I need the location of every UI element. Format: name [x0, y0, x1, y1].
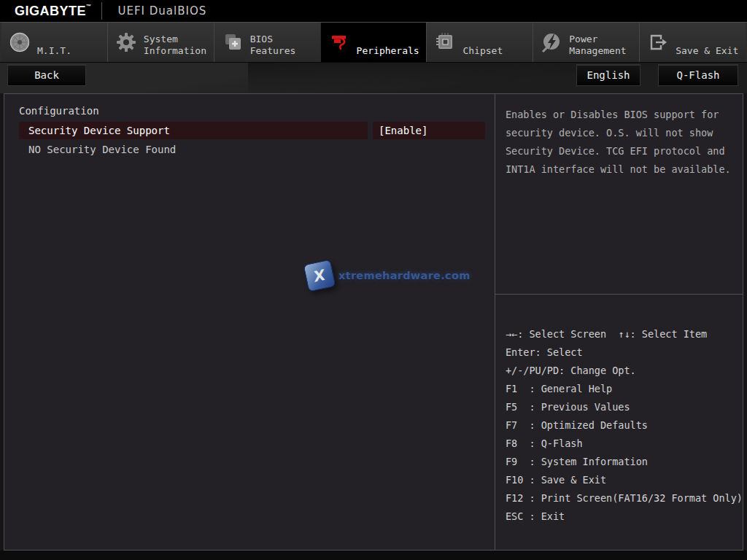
- help-text: Enables or Disables BIOS support for sec…: [506, 106, 740, 179]
- tab-mit[interactable]: M.I.T.: [1, 23, 107, 62]
- watermark: X xtremehardware.com: [306, 262, 471, 289]
- shortcut-line: F5 : Previous Values: [506, 398, 743, 416]
- tab-save-exit[interactable]: Save & Exit: [639, 23, 746, 62]
- setting-row[interactable]: Security Device Support [Enable]: [19, 122, 495, 139]
- shortcuts-panel: →←: Select Screen ↑↓: Select ItemEnter: …: [495, 295, 743, 550]
- tab-label: Peripherals: [357, 26, 419, 58]
- tab-bios-features[interactable]: BIOSFeatures: [214, 23, 320, 62]
- gear-icon: [115, 31, 138, 54]
- bios-chip-icon: [221, 31, 244, 54]
- shortcut-line: F10 : Save & Exit: [506, 471, 743, 489]
- shortcut-line: →←: Select Screen ↑↓: Select Item: [506, 325, 743, 343]
- shortcut-line: F7 : Optimized Defaults: [506, 416, 743, 435]
- shortcut-line: F12 : Print Screen(FAT16/32 Format Only): [506, 489, 743, 508]
- shortcut-line: F1 : General Help: [506, 380, 743, 398]
- tab-label: BIOSFeatures: [250, 26, 296, 58]
- header-divider: [101, 2, 102, 20]
- setting-value[interactable]: [Enable]: [373, 122, 485, 139]
- back-button[interactable]: Back: [7, 64, 86, 86]
- chipset-icon: [433, 31, 457, 54]
- shortcut-line: F9 : System Information: [506, 453, 743, 471]
- shortcut-line: Enter: Select: [506, 343, 743, 362]
- section-title: Configuration: [19, 105, 495, 120]
- header-bar: GIGABYTE™ UEFI DualBIOS: [0, 0, 747, 22]
- bottom-strip: [0, 551, 747, 560]
- tab-peripherals[interactable]: Peripherals: [320, 23, 427, 62]
- gigabyte-logo: GIGABYTE™: [15, 4, 92, 19]
- bios-screen: GIGABYTE™ UEFI DualBIOS M.I.T.SystemInfo…: [0, 0, 747, 560]
- shortcut-line: ESC : Exit: [506, 508, 743, 526]
- tab-label: M.I.T.: [37, 26, 71, 58]
- tab-system-information[interactable]: SystemInformation: [107, 23, 214, 62]
- content-area: Configuration Security Device Support [E…: [4, 93, 743, 551]
- shortcut-line: F8 : Q-Flash: [506, 435, 743, 453]
- save-exit-icon: [646, 31, 670, 54]
- qflash-button[interactable]: Q-Flash: [658, 64, 738, 86]
- side-panels: Enables or Disables BIOS support for sec…: [495, 94, 743, 550]
- watermark-text: xtremehardware.com: [338, 270, 471, 281]
- setting-label[interactable]: Security Device Support: [19, 122, 368, 139]
- device-note: NO Security Device Found: [19, 144, 495, 155]
- main-panel: Configuration Security Device Support [E…: [4, 94, 495, 550]
- peripherals-plug-icon: [328, 31, 351, 54]
- help-panel: Enables or Disables BIOS support for sec…: [495, 94, 743, 295]
- tab-power-management[interactable]: PowerManagement: [533, 23, 639, 62]
- watermark-x-icon: X: [303, 259, 336, 292]
- tab-label: Chipset: [462, 26, 503, 58]
- tab-label: PowerManagement: [569, 26, 626, 58]
- bios-title: UEFI DualBIOS: [118, 4, 207, 18]
- fan-icon: [8, 31, 31, 54]
- shortcut-line: +/-/PU/PD: Change Opt.: [506, 362, 743, 380]
- toolbar-strip: Back English Q-Flash: [0, 63, 747, 93]
- tab-label: SystemInformation: [144, 26, 206, 58]
- language-button[interactable]: English: [576, 64, 640, 86]
- power-bolt-icon: [540, 31, 563, 54]
- trademark-mark: ™: [86, 4, 92, 9]
- tab-chipset[interactable]: Chipset: [426, 23, 533, 62]
- tab-label: Save & Exit: [676, 26, 738, 58]
- tab-bar: M.I.T.SystemInformationBIOSFeaturesPerip…: [0, 22, 747, 63]
